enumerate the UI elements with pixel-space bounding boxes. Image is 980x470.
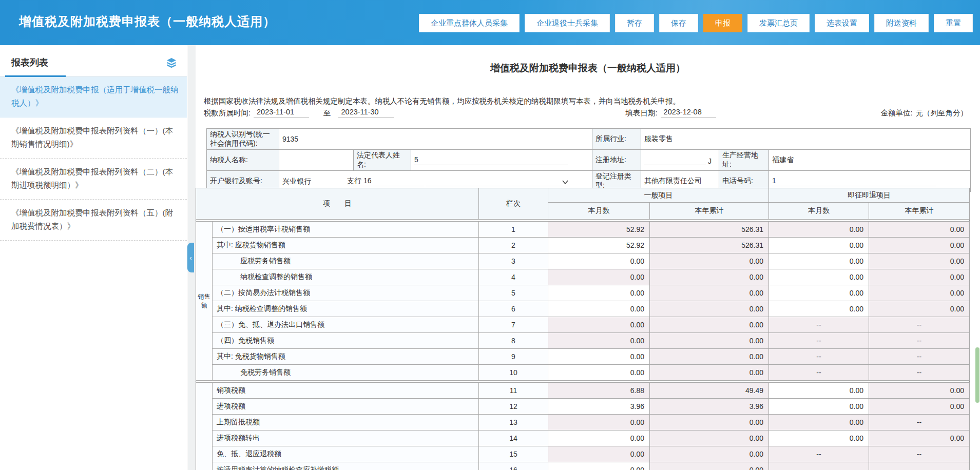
sidebar-header: 报表列表: [0, 56, 187, 76]
amount-cell[interactable]: 0.00: [769, 285, 869, 301]
amount-cell: 0.00: [650, 462, 769, 470]
industry-label: 所属行业:: [592, 129, 641, 150]
period-to-label: 至: [323, 108, 331, 118]
reg-addr-value[interactable]: J: [641, 150, 719, 171]
amount-cell: 0.00: [650, 430, 769, 446]
amount-cell: 0.00: [650, 253, 769, 269]
line-number-cell: 3: [479, 253, 548, 269]
table-row: 销售额（一）按适用税率计税销售额152.92526.310.000.00: [196, 222, 970, 238]
line-number-cell: 1: [479, 222, 548, 238]
line-number-cell: 10: [479, 365, 548, 381]
form-title: 增值税及附加税费申报表（一般纳税人适用）: [196, 62, 980, 75]
header-button[interactable]: 企业重点群体人员采集: [419, 14, 520, 32]
table-row: 免税劳务销售额100.000.00----: [196, 365, 970, 381]
chevron-down-icon: [562, 180, 569, 185]
industry-value: 服装零售: [641, 129, 971, 150]
amount-cell[interactable]: 0.00: [769, 399, 869, 415]
fill-date-label: 填表日期:: [626, 108, 658, 118]
item-column-header: 项 目: [196, 188, 479, 220]
amount-cell: 0.00: [650, 285, 769, 301]
amount-cell[interactable]: 0.00: [769, 269, 869, 285]
declare-button[interactable]: 申报: [703, 14, 742, 32]
amount-cell: 0.00: [769, 415, 869, 430]
amount-cell: 6.88: [548, 383, 650, 399]
amount-cell: 0.00: [650, 349, 769, 365]
sidebar-report-item[interactable]: 《增值税及附加税费申报表附列资料（五）(附加税费情况表）》: [0, 200, 187, 241]
amount-cell[interactable]: 0.00: [548, 462, 650, 470]
table-row: 免、抵、退应退税额150.000.00----: [196, 446, 970, 462]
amount-cell[interactable]: 0.00: [548, 365, 650, 381]
table-row: 其中: 免税货物销售额90.000.00----: [196, 349, 970, 365]
fill-date-input[interactable]: 2023-12-08: [661, 108, 716, 118]
item-label-cell: 上期留抵税额: [213, 415, 479, 430]
business-addr-value[interactable]: 福建省: [769, 150, 971, 171]
amount-cell[interactable]: 0.00: [769, 430, 869, 446]
sidebar-report-item[interactable]: 《增值税及附加税费申报（适用于增值税一般纳税人）》: [0, 76, 187, 118]
amount-cell: 52.92: [548, 222, 650, 238]
amount-cell: 0.00: [869, 285, 970, 301]
amount-cell: 526.31: [650, 222, 769, 238]
header-button[interactable]: 企业退役士兵采集: [525, 14, 610, 32]
amount-cell[interactable]: 0.00: [548, 285, 650, 301]
item-label-cell: 进项税额: [213, 399, 479, 415]
sidebar-report-item[interactable]: 《增值税及附加税费申报表附列资料（二）(本期进项税额明细）》: [0, 159, 187, 200]
scrollbar-thumb[interactable]: [975, 347, 979, 403]
amount-cell[interactable]: 3.96: [548, 399, 650, 415]
amount-cell[interactable]: 0.00: [769, 253, 869, 269]
period-end-input[interactable]: 2023-11-30: [338, 108, 394, 118]
amount-cell[interactable]: 0.00: [548, 253, 650, 269]
topbar-buttons: 企业重点群体人员采集企业退役士兵采集暂存保存申报发票汇总页选表设置附送资料重置: [419, 14, 973, 32]
legal-rep-label: 法定代表人姓名:: [354, 150, 411, 171]
sidebar-title: 报表列表: [11, 56, 48, 69]
line-number-cell: 9: [479, 349, 548, 365]
header-button[interactable]: 发票汇总页: [747, 14, 810, 32]
amount-cell: 0.00: [548, 317, 650, 333]
amount-cell: 0.00: [548, 333, 650, 349]
table-row: 进项税额123.963.960.000.00: [196, 399, 970, 415]
amount-cell[interactable]: 52.92: [548, 238, 650, 253]
header-button[interactable]: 暂存: [615, 14, 654, 32]
layers-icon[interactable]: [165, 56, 178, 69]
header-button[interactable]: 保存: [659, 14, 698, 32]
period-start-input[interactable]: 2023-11-01: [254, 108, 309, 118]
bank-account-select[interactable]: [426, 177, 570, 186]
sidebar-report-item[interactable]: 《增值税及附加税费申报表附列资料（一）(本期销售情况明细)》: [0, 118, 187, 159]
report-list-sidebar: 报表列表 《增值税及附加税费申报（适用于增值税一般纳税人）》《增值税及附加税费申…: [0, 45, 187, 470]
line-number-cell: 15: [479, 446, 548, 462]
reg-addr-label: 注册地址:: [592, 150, 641, 171]
item-label-cell: 其中: 应税货物销售额: [213, 238, 479, 253]
amount-cell: --: [869, 446, 970, 462]
legal-rep-value[interactable]: 5: [411, 150, 592, 171]
amount-cell: 0.00: [869, 383, 970, 399]
amount-cell: 0.00: [548, 446, 650, 462]
amount-cell: 0.00: [650, 446, 769, 462]
amount-cell: 0.00: [650, 269, 769, 285]
table-row: （三）免、抵、退办法出口销售额70.000.00----: [196, 317, 970, 333]
taxpayer-name-value[interactable]: [279, 150, 354, 171]
general-year-header: 本年累计: [650, 203, 769, 220]
amount-cell: --: [769, 365, 869, 381]
amount-cell[interactable]: 0.00: [548, 349, 650, 365]
amount-cell: 0.00: [650, 317, 769, 333]
sidebar-collapse-handle[interactable]: ‹: [187, 243, 194, 272]
header-button[interactable]: 选表设置: [815, 14, 869, 32]
line-number-cell: 11: [479, 383, 548, 399]
header-button[interactable]: 重置: [934, 14, 973, 32]
amount-cell: 0.00: [869, 253, 970, 269]
item-label-cell: 其中: 免税货物销售额: [213, 349, 479, 365]
amount-cell: --: [769, 317, 869, 333]
bank-name-value[interactable]: 兴业银行: [282, 177, 345, 186]
header-button[interactable]: 附送资料: [874, 14, 929, 32]
amount-cell[interactable]: 0.00: [769, 238, 869, 253]
table-row: 其中: 应税货物销售额252.92526.310.000.00: [196, 238, 970, 253]
amount-cell[interactable]: 0.00: [769, 301, 869, 317]
amount-cell: 0.00: [548, 269, 650, 285]
amount-cell[interactable]: 0.00: [769, 383, 869, 399]
amount-cell: 526.31: [650, 238, 769, 253]
bank-branch-value[interactable]: 支行 16: [347, 177, 424, 186]
amount-cell[interactable]: 0.00: [548, 301, 650, 317]
amount-cell[interactable]: 0.00: [548, 430, 650, 446]
amount-cell: 0.00: [548, 415, 650, 430]
taxpayer-id-value[interactable]: 9135: [279, 129, 592, 150]
amount-cell: 0.00: [869, 222, 970, 238]
